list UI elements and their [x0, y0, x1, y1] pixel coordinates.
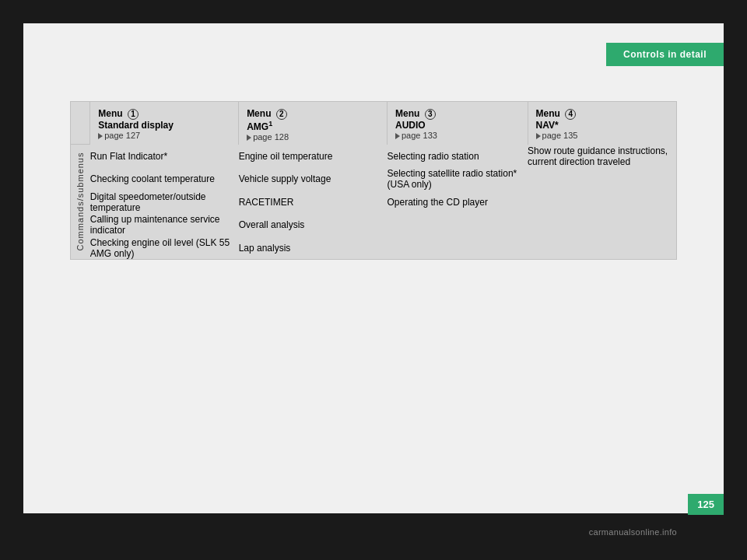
page-number: 125 — [688, 494, 724, 515]
table-header-row: Menu 1 Standard display page 127 Menu 2 … — [71, 102, 676, 145]
table-row: Commands/submenus Run Flat Indicator* En… — [71, 145, 676, 168]
cell-r1-c3: Selecting radio station — [388, 145, 528, 168]
cell-r2-c4 — [528, 167, 676, 191]
content-table: Menu 1 Standard display page 127 Menu 2 … — [70, 101, 677, 260]
menu-circle-2: 2 — [276, 109, 287, 120]
triangle-icon-4 — [536, 133, 541, 139]
menu-circle-3: 3 — [425, 109, 436, 120]
cell-r2-c1: Checking coolant temperature — [90, 167, 239, 191]
cell-r5-c1: Checking engine oil level (SLK 55 AMG on… — [90, 236, 239, 260]
cell-r1-c4: Show route guidance instructions, curren… — [528, 145, 676, 168]
menu-circle-1: 1 — [128, 109, 139, 120]
col1-header: Menu 1 Standard display page 127 — [90, 102, 239, 145]
menu-circle-4: 4 — [565, 109, 576, 120]
triangle-icon-3 — [395, 133, 400, 139]
table-row: Digital speedometer/outside temperature … — [71, 191, 676, 214]
cell-r3-c1: Digital speedometer/outside temperature — [90, 191, 239, 214]
cell-r4-c3 — [388, 213, 528, 236]
col4-header: Menu 4 NAV* page 135 — [528, 102, 676, 145]
cell-r1-c1: Run Flat Indicator* — [90, 145, 239, 168]
cell-r3-c2: RACETIMER — [239, 191, 388, 214]
col2-header: Menu 2 AMG1 page 128 — [239, 102, 388, 145]
page-background — [23, 23, 724, 513]
side-label: Commands/submenus — [71, 145, 90, 260]
cell-r3-c3: Operating the CD player — [388, 191, 528, 214]
cell-r2-c3: Selecting satellite radio station* (USA … — [388, 167, 528, 191]
cell-r4-c4 — [528, 213, 676, 236]
cell-r5-c2: Lap analysis — [239, 236, 388, 260]
triangle-icon-1 — [98, 133, 103, 139]
cell-r4-c1: Calling up maintenance service indicator — [90, 213, 239, 236]
section-title: Controls in detail — [623, 49, 707, 60]
cell-r3-c4 — [528, 191, 676, 214]
table-row: Checking engine oil level (SLK 55 AMG on… — [71, 236, 676, 260]
table-row: Checking coolant temperature Vehicle sup… — [71, 167, 676, 191]
cell-r4-c2: Overall analysis — [239, 213, 388, 236]
section-header: Controls in detail — [606, 43, 724, 66]
cell-r5-c4 — [528, 236, 676, 260]
cell-r2-c2: Vehicle supply voltage — [239, 167, 388, 191]
watermark: carmanualsonline.info — [589, 527, 677, 537]
table-row: Calling up maintenance service indicator… — [71, 213, 676, 236]
col3-header: Menu 3 AUDIO page 133 — [388, 102, 528, 145]
triangle-icon-2 — [247, 135, 251, 141]
cell-r5-c3 — [388, 236, 528, 260]
cell-r1-c2: Engine oil temperature — [239, 145, 388, 168]
